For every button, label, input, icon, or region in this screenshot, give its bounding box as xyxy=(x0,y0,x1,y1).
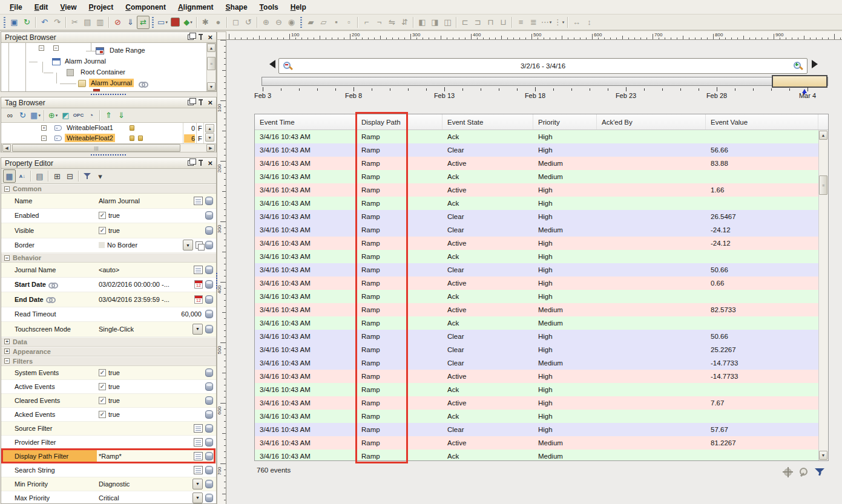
calendar-button[interactable] xyxy=(194,280,203,289)
dropdown-button[interactable]: ▼ xyxy=(192,324,203,335)
import-tags-icon[interactable]: ⇑ xyxy=(102,109,115,122)
selection-tool-icon[interactable]: ◻ xyxy=(229,16,242,29)
binding-icon[interactable] xyxy=(205,466,213,474)
table-row[interactable]: 3/4/16 10:43 AMRampActiveHigh-14.7733 xyxy=(255,370,818,383)
pin-panel-icon[interactable] xyxy=(198,160,203,166)
cut-icon[interactable]: ✂ xyxy=(68,16,81,29)
float-panel-icon[interactable] xyxy=(188,160,194,166)
scroll-thumb[interactable]: |||| xyxy=(12,144,180,152)
rotate-90-ccw-icon[interactable]: ⌐ xyxy=(360,16,373,29)
column-header-display-path[interactable]: Display Path xyxy=(357,114,442,129)
scroll-thumb[interactable]: ≡ xyxy=(819,175,827,195)
distribute-horizontal-icon[interactable]: ⋯▾ xyxy=(540,16,553,29)
refresh-tags-icon[interactable]: ↻ xyxy=(16,109,29,122)
checkbox[interactable]: ✓ xyxy=(99,212,106,219)
filter-icon[interactable] xyxy=(815,468,824,476)
tree-item-date-range[interactable]: Date Range xyxy=(1,45,206,56)
sort-alphabetical-icon[interactable]: A↓ xyxy=(16,169,28,183)
property-row-start-date[interactable]: Start Date03/02/2016 00:00:00 -... xyxy=(1,278,216,293)
scroll-down-icon[interactable]: ▼ xyxy=(205,133,214,142)
tag-row-writeablefloat1[interactable]: WriteableFloat10F xyxy=(1,123,216,133)
property-row-acked-events[interactable]: Acked Events✓true xyxy=(1,408,216,422)
dropdown-button[interactable]: ▼ xyxy=(183,240,193,250)
menu-help[interactable]: Help xyxy=(285,1,312,14)
table-row[interactable]: 3/4/16 10:43 AMRampClearMedium-14.7733 xyxy=(255,356,818,370)
table-row[interactable]: 3/4/16 10:43 AMRampAckHigh xyxy=(255,290,818,303)
menu-edit[interactable]: Edit xyxy=(28,1,54,14)
property-row-max-priority[interactable]: Max PriorityCritical▼ xyxy=(1,491,216,504)
column-header-event-time[interactable]: Event Time xyxy=(255,114,357,129)
binding-icon[interactable] xyxy=(205,438,213,447)
binding-icon[interactable] xyxy=(205,368,213,377)
add-tag-icon[interactable]: ⊕▾ xyxy=(47,109,59,122)
paste-icon[interactable]: ▥ xyxy=(94,16,107,29)
checkbox[interactable]: ✓ xyxy=(99,369,106,376)
table-row[interactable]: 3/4/16 10:43 AMRampActiveHigh1.66 xyxy=(255,183,818,197)
property-value[interactable]: Diagnostic xyxy=(97,480,192,488)
column-header-event-state[interactable]: Event State xyxy=(442,114,533,129)
zoom-out-icon[interactable]: ⊖ xyxy=(272,16,285,29)
open-window-icon[interactable]: ▭▾ xyxy=(156,16,169,29)
pin-panel-icon[interactable] xyxy=(198,99,203,106)
property-row-active-events[interactable]: Active Events✓true xyxy=(1,380,216,394)
property-value[interactable]: ✓true xyxy=(97,227,205,234)
center-horizontal-icon[interactable]: ≡ xyxy=(515,16,527,29)
table-row[interactable]: 3/4/16 10:43 AMRampAckMedium xyxy=(255,316,818,330)
toolbar-grip[interactable] xyxy=(300,17,303,28)
binding-icon[interactable] xyxy=(205,325,213,333)
property-description-icon[interactable]: ▤ xyxy=(33,169,46,183)
scroll-down-icon[interactable]: ▼ xyxy=(819,451,827,460)
filter-options-icon[interactable]: ▾ xyxy=(94,169,107,183)
checkbox[interactable]: ✓ xyxy=(99,383,106,390)
binding-icon[interactable] xyxy=(205,266,213,274)
tag-browser-hscrollbar[interactable]: ◀ |||| ▶ xyxy=(1,143,216,152)
scroll-up-icon[interactable]: ▲ xyxy=(819,131,827,140)
send-to-back-icon[interactable]: ▫ xyxy=(343,16,355,29)
collapse-icon[interactable]: − xyxy=(41,136,47,141)
scroll-right-icon[interactable]: ▶ xyxy=(206,144,215,152)
preview-stop-icon[interactable] xyxy=(171,18,180,27)
tag-row-writeablefloat2[interactable]: WriteableFloat26F xyxy=(1,133,216,143)
rotate-tool-icon[interactable]: ↺ xyxy=(242,16,255,29)
property-value[interactable]: ✓true xyxy=(97,212,205,219)
edit-text-icon[interactable] xyxy=(194,466,203,474)
undo-icon[interactable]: ↶ xyxy=(38,16,51,29)
date-range-back-arrow[interactable] xyxy=(269,60,275,68)
table-row[interactable]: 3/4/16 10:43 AMRampAckHigh xyxy=(255,383,818,396)
find-tag-icon[interactable]: ∞ xyxy=(4,109,16,122)
property-value[interactable]: *Ramp* xyxy=(97,453,194,460)
lock-icon[interactable]: ● xyxy=(212,16,225,29)
zoom-in-icon[interactable] xyxy=(793,61,803,71)
property-value[interactable]: ✓true xyxy=(97,411,205,418)
section-appearance[interactable]: +Appearance xyxy=(1,347,216,356)
table-row[interactable]: 3/4/16 10:43 AMRampAckHigh xyxy=(255,410,818,423)
bring-to-front-icon[interactable]: ▪ xyxy=(330,16,343,29)
column-header-ack-ed-by[interactable]: Ack'ed By xyxy=(597,114,706,129)
section-filters[interactable]: −Filters xyxy=(1,356,216,366)
menu-tools[interactable]: Tools xyxy=(254,1,285,14)
edit-tag-icon[interactable]: ◩ xyxy=(59,109,72,122)
binding-icon[interactable] xyxy=(205,494,213,502)
property-value[interactable]: Alarm Journal xyxy=(97,197,194,205)
center-vertical-icon[interactable]: ≣ xyxy=(527,16,540,29)
table-row[interactable]: 3/4/16 10:43 AMRampClearHigh50.66 xyxy=(255,330,818,343)
checkbox[interactable]: ✓ xyxy=(99,227,106,234)
scroll-thumb[interactable]: ≡ xyxy=(207,57,215,70)
property-row-touchscreen-mode[interactable]: Touchscreen ModeSingle-Click▼ xyxy=(1,322,216,337)
tree-item-root-container[interactable]: Root Container xyxy=(1,67,206,78)
categorize-icon[interactable]: ▦ xyxy=(3,169,16,183)
collapse-icon[interactable]: − xyxy=(53,45,59,51)
property-value[interactable]: ✓true xyxy=(97,397,205,404)
menu-alignment[interactable]: Alignment xyxy=(172,1,220,14)
table-row[interactable]: 3/4/16 10:43 AMRampClearMedium-24.12 xyxy=(255,223,818,237)
table-row[interactable]: 3/4/16 10:43 AMRampActiveHigh0.66 xyxy=(255,277,818,290)
expand-icon[interactable]: + xyxy=(4,349,10,354)
panel-splitter[interactable] xyxy=(0,92,217,97)
property-row-enabled[interactable]: Enabled✓true xyxy=(1,209,216,224)
scroll-up-icon[interactable]: ▲ xyxy=(205,124,214,133)
dock-resize-handle[interactable] xyxy=(215,272,218,289)
export-tags-icon[interactable]: ⇓ xyxy=(115,109,128,122)
property-value[interactable]: No Border xyxy=(97,241,183,249)
table-row[interactable]: 3/4/16 10:43 AMRampActiveHigh7.67 xyxy=(255,396,818,410)
date-range-field[interactable]: 3/2/16 - 3/4/16 xyxy=(278,58,807,74)
